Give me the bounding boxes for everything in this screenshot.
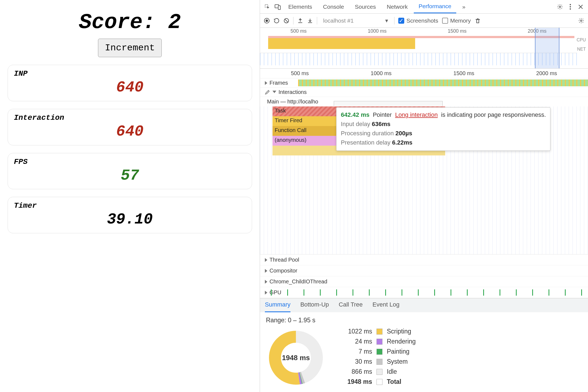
track-main[interactable]: Main — http://localho Task Timer Fired F… (260, 97, 588, 255)
legend-label: Idle (387, 368, 397, 375)
download-icon[interactable] (307, 18, 313, 24)
memory-label: Memory (450, 17, 471, 24)
tick-label: 1000 ms (368, 28, 387, 34)
devtools-tabs: Elements Console Sources Network Perform… (260, 0, 588, 14)
device-toggle-icon[interactable] (273, 2, 282, 11)
tooltip-row-value: 200µs (396, 130, 412, 137)
swatch-icon (376, 349, 382, 355)
svg-point-10 (580, 20, 582, 22)
legend-row-painting: 7 ms Painting (342, 348, 416, 355)
interaction-tooltip: 642.42 ms Pointer Long interaction is in… (336, 107, 550, 151)
kebab-icon[interactable] (566, 2, 575, 11)
track-compositor[interactable]: Compositor (260, 265, 588, 276)
tab-more[interactable]: » (457, 0, 470, 13)
flame-ruler[interactable]: 500 ms 1000 ms 1500 ms 2000 ms (260, 69, 588, 78)
track-interactions[interactable]: Interactions (260, 88, 588, 97)
overview-selection[interactable] (535, 28, 559, 68)
tab-performance[interactable]: Performance (414, 0, 456, 13)
gc-icon[interactable] (475, 17, 481, 24)
reload-icon[interactable] (274, 18, 280, 24)
donut-center-label: 1948 ms (282, 354, 310, 362)
profile-select[interactable]: localhost #1 ▾ (321, 16, 390, 25)
close-icon[interactable] (576, 2, 585, 11)
summary-tab-bottom-up[interactable]: Bottom-Up (300, 301, 329, 312)
track-thread-pool[interactable]: Thread Pool (260, 255, 588, 265)
summary-tab-summary[interactable]: Summary (265, 301, 290, 312)
tracks-area: 500 ms 1000 ms 1500 ms 2000 ms Frames In… (260, 69, 588, 298)
overview-cpu-band (268, 36, 574, 38)
overview-ticks: 500 ms 1000 ms 1500 ms 2000 ms (260, 28, 577, 34)
legend-ms: 24 ms (342, 338, 372, 345)
memory-checkbox[interactable]: Memory (442, 17, 471, 24)
metric-card-inp: INP 640 (8, 65, 252, 101)
perf-settings-gear-icon[interactable] (578, 18, 584, 24)
expand-icon[interactable] (265, 291, 267, 295)
tooltip-notch (334, 101, 443, 106)
tooltip-row-value: 6.22ms (392, 139, 412, 146)
summary-body: Range: 0 – 1.95 s 1948 ms 1022 ms (260, 312, 588, 392)
track-gpu[interactable]: GPU (260, 287, 588, 298)
summary-range: Range: 0 – 1.95 s (266, 317, 582, 324)
devtools-pane: Elements Console Sources Network Perform… (260, 0, 588, 392)
tick-label: 500 ms (290, 28, 307, 34)
metric-label: Timer (14, 201, 246, 210)
track-frames[interactable]: Frames (260, 78, 588, 88)
svg-point-3 (559, 6, 561, 8)
perf-toolbar: localhost #1 ▾ ✓ Screenshots Memory (260, 14, 588, 28)
gear-icon[interactable] (555, 2, 565, 11)
track-child-io[interactable]: Chrome_ChildIOThread (260, 276, 588, 287)
swatch-icon (376, 359, 382, 365)
overview-timeline[interactable]: 500 ms 1000 ms 1500 ms 2000 ms CPU NET (260, 28, 588, 69)
upload-icon[interactable] (297, 18, 303, 24)
inspect-icon[interactable] (263, 2, 272, 11)
minor-tracks: Thread Pool Compositor Chrome_ChildIOThr… (260, 255, 588, 298)
tooltip-kind: Pointer (373, 111, 392, 118)
metric-value: 640 (14, 124, 246, 140)
tab-elements[interactable]: Elements (283, 0, 317, 13)
legend-ms: 7 ms (342, 348, 372, 355)
expand-icon[interactable] (265, 269, 267, 273)
tooltip-row-label: Processing duration (341, 130, 394, 137)
clear-icon[interactable] (283, 18, 289, 24)
svg-point-8 (266, 19, 268, 22)
profile-select-label: localhost #1 (323, 17, 354, 24)
swatch-icon (376, 369, 382, 375)
expand-icon[interactable] (265, 280, 267, 284)
screenshots-checkbox[interactable]: ✓ Screenshots (398, 17, 438, 24)
legend-ms: 1948 ms (342, 378, 372, 385)
legend-ms: 1022 ms (342, 328, 372, 335)
legend-ms: 866 ms (342, 368, 372, 375)
metric-label: Interaction (14, 114, 246, 122)
metric-value: 640 (14, 79, 246, 96)
legend-row-system: 30 ms System (342, 358, 416, 365)
track-label: Thread Pool (270, 257, 299, 263)
swatch-icon (376, 339, 382, 345)
metric-value: 39.10 (14, 212, 246, 228)
increment-button[interactable]: Increment (98, 39, 162, 57)
record-icon[interactable] (264, 18, 270, 24)
metric-card-fps: FPS 57 (8, 153, 252, 189)
app-pane: Score: 2 Increment INP 640 Interaction 6… (0, 0, 260, 392)
summary-donut: 1948 ms (266, 328, 326, 388)
tick-label: 1500 ms (448, 28, 467, 34)
legend-row-rendering: 24 ms Rendering (342, 338, 416, 345)
track-label: Interactions (278, 89, 307, 95)
metric-label: INP (14, 69, 246, 78)
overview-net-band (260, 53, 577, 65)
tooltip-link[interactable]: Long interaction (395, 111, 438, 118)
expand-icon[interactable] (265, 258, 267, 262)
tooltip-row-label: Input delay (341, 121, 370, 127)
legend-label: Rendering (387, 338, 416, 345)
metric-label: FPS (14, 158, 246, 166)
tab-network[interactable]: Network (382, 0, 413, 13)
track-label: Main — http://localho (267, 99, 318, 105)
score-heading: Score: 2 (8, 10, 252, 34)
expand-icon[interactable] (265, 81, 267, 85)
summary-tab-event-log[interactable]: Event Log (372, 301, 399, 312)
tab-sources[interactable]: Sources (350, 0, 381, 13)
legend-row-idle: 866 ms Idle (342, 368, 416, 375)
tab-console[interactable]: Console (318, 0, 349, 13)
svg-point-5 (570, 6, 571, 7)
summary-tab-call-tree[interactable]: Call Tree (339, 301, 363, 312)
expand-icon[interactable] (272, 91, 276, 93)
